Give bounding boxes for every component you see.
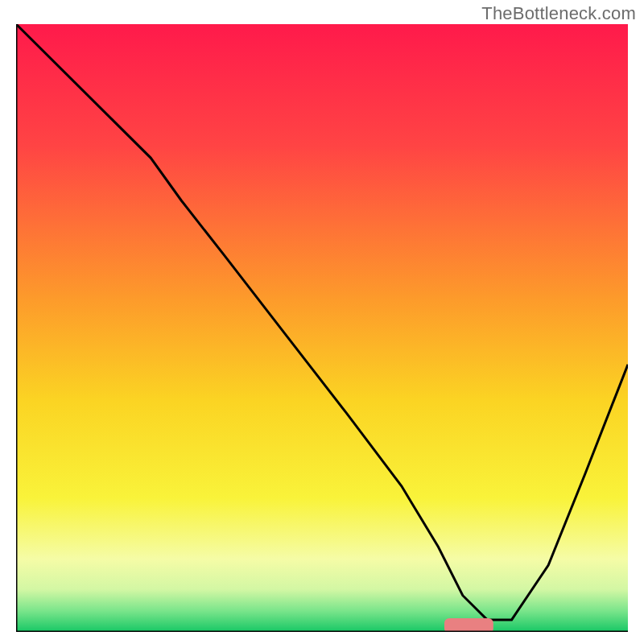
chart-container: TheBottleneck.com: [0, 0, 644, 644]
chart-svg: [16, 24, 628, 632]
optimal-marker: [444, 618, 493, 632]
plot-area: [16, 24, 628, 632]
watermark-text: TheBottleneck.com: [481, 3, 636, 24]
